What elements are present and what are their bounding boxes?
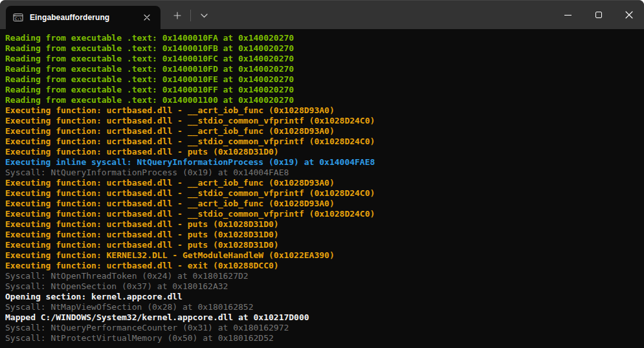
terminal-line: Executing function: ucrtbased.dll - __st… — [5, 209, 639, 219]
terminal-line: Executing function: ucrtbased.dll - __ac… — [5, 126, 639, 136]
terminal-line: Executing inline syscall: NtQueryInforma… — [5, 157, 639, 168]
new-tab-button[interactable] — [166, 5, 189, 26]
tab-eingabeaufforderung[interactable]: C:\_ Eingabeaufforderung — [6, 6, 161, 29]
title-bar: C:\_ Eingabeaufforderung — [0, 1, 644, 29]
terminal-line: Syscall: NtOpenSection (0x37) at 0x18016… — [5, 281, 639, 292]
minimize-icon — [564, 15, 572, 16]
terminal-line: Syscall: NtOpenThreadToken (0x24) at 0x1… — [5, 271, 639, 281]
tab-close-icon[interactable] — [139, 9, 155, 26]
terminal-line: Reading from executable .text: 0x1400010… — [5, 74, 639, 85]
terminal-line: Reading from executable .text: 0x1400010… — [5, 33, 639, 43]
maximize-icon — [595, 12, 602, 18]
terminal-line: Executing function: ucrtbased.dll - puts… — [5, 219, 639, 230]
terminal-line: Executing function: ucrtbased.dll - exit… — [5, 261, 639, 271]
terminal-line: Syscall: NtProtectVirtualMemory (0x50) a… — [5, 333, 639, 343]
terminal-line: Reading from executable .text: 0x1400010… — [5, 43, 639, 54]
close-button[interactable] — [614, 1, 644, 29]
terminal-line: Opening section: kernel.appcore.dll — [5, 292, 639, 302]
terminal-line: Executing function: ucrtbased.dll - __st… — [5, 116, 639, 126]
terminal-line: Syscall: NtQueryInformationProcess (0x19… — [5, 168, 639, 178]
terminal-line: Reading from executable .text: 0x1400011… — [5, 95, 639, 105]
terminal-line: Reading from executable .text: 0x1400010… — [5, 64, 639, 74]
maximize-button[interactable] — [583, 1, 614, 29]
terminal-line: Executing function: ucrtbased.dll - __ac… — [5, 178, 639, 188]
terminal-line: Executing function: ucrtbased.dll - __st… — [5, 136, 639, 147]
cmd-icon-text: C:\_ — [15, 16, 23, 21]
terminal-line: Syscall: NtMapViewOfSection (0x28) at 0x… — [5, 302, 639, 312]
tab-dropdown-button[interactable] — [192, 5, 216, 26]
terminal-output[interactable]: Reading from executable .text: 0x1400010… — [0, 29, 644, 348]
terminal-line: Reading from executable .text: 0x1400010… — [5, 54, 639, 64]
title-bar-drag-area[interactable] — [216, 1, 553, 29]
terminal-line: Executing function: KERNEL32.DLL - GetMo… — [5, 250, 639, 261]
terminal-line: Executing function: ucrtbased.dll - puts… — [5, 147, 639, 157]
terminal-line: Executing function: ucrtbased.dll - puts… — [5, 240, 639, 250]
plus-icon — [173, 12, 181, 19]
close-icon — [625, 11, 633, 19]
terminal-window: C:\_ Eingabeaufforderung — [0, 0, 644, 348]
tab-title: Eingabeaufforderung — [30, 13, 132, 22]
minimize-button[interactable] — [553, 1, 583, 29]
terminal-line: Executing function: ucrtbased.dll - puts… — [5, 230, 639, 240]
terminal-line: Mapped C:/WINDOWS/System32/kernel.appcor… — [5, 312, 639, 323]
terminal-line: Executing function: ucrtbased.dll - __st… — [5, 188, 639, 199]
terminal-line: Executing function: ucrtbased.dll - __ac… — [5, 199, 639, 209]
chevron-down-icon — [201, 14, 208, 18]
tab-bar-separator — [190, 10, 191, 21]
terminal-line: Syscall: NtQueryPerformanceCounter (0x31… — [5, 323, 639, 333]
cmd-window-icon: C:\_ — [13, 12, 23, 23]
terminal-line: Executing function: ucrtbased.dll - __ac… — [5, 105, 639, 116]
terminal-line: Reading from executable .text: 0x1400010… — [5, 85, 639, 95]
